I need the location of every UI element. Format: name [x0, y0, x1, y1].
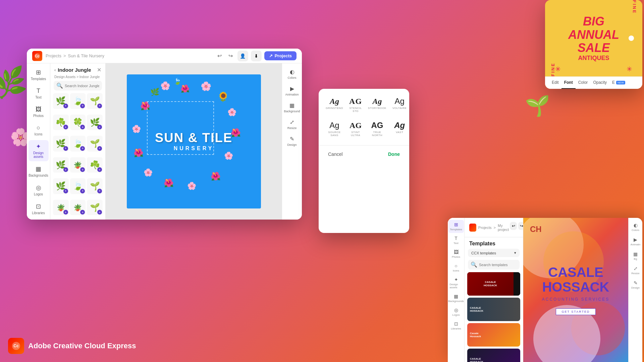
- preview-ch-initials: CH: [530, 225, 542, 234]
- star-decor-right: ✳: [627, 65, 632, 73]
- asset-item[interactable]: 🌿+: [53, 136, 69, 152]
- tr-design-icon: ✎: [634, 280, 638, 286]
- thumb-inner-1: CASALEHOSSACK: [467, 272, 520, 296]
- animation-tool[interactable]: ▶ Animation: [283, 83, 301, 99]
- resize-tool[interactable]: ⤢ Resize: [283, 116, 301, 132]
- tl-item-logos[interactable]: ◎ Logos: [448, 305, 464, 318]
- font-preview-source-sans: Ag: [329, 121, 339, 129]
- download-button[interactable]: ⬇: [251, 51, 262, 61]
- font-item-stint-ultra[interactable]: AG STINT ULTRA: [347, 118, 364, 140]
- preview-cta-button[interactable]: GET STARTED: [556, 308, 595, 315]
- asset-item[interactable]: 🌿+: [87, 115, 103, 130]
- asset-panel-close-button[interactable]: ✕: [97, 67, 101, 73]
- tl-item-icons[interactable]: ○ Icons: [448, 261, 464, 274]
- font-preview-stencil: AG: [349, 97, 362, 105]
- sidebar-item-photos[interactable]: 🖼 Photos: [29, 103, 49, 120]
- asset-item[interactable]: 🪴+: [70, 200, 86, 216]
- asset-item[interactable]: 🍃+: [70, 136, 86, 152]
- font-item-true-north[interactable]: AG TRUE NORTH: [366, 118, 388, 140]
- asset-item[interactable]: ☘️+: [87, 157, 103, 173]
- profile-button[interactable]: 👤: [237, 51, 248, 61]
- tpl-breadcrumb-projects[interactable]: Projects: [478, 226, 492, 230]
- asset-item[interactable]: 🪴+: [53, 200, 69, 216]
- template-thumb-3[interactable]: CasaleHossack: [467, 323, 520, 347]
- undo-button[interactable]: ↩: [215, 51, 224, 60]
- redo-button[interactable]: ↪: [226, 51, 235, 60]
- asset-item[interactable]: ☘️+: [53, 115, 69, 130]
- tr-item-background[interactable]: ▦ Bg: [629, 249, 642, 262]
- tl-photos-label: Photos: [452, 255, 460, 258]
- done-button[interactable]: Done: [384, 149, 404, 159]
- template-thumb-1[interactable]: CASALEHOSSACK: [467, 272, 520, 296]
- tpl-undo-button[interactable]: ↩: [510, 222, 517, 230]
- asset-item[interactable]: 🌿+: [53, 178, 69, 194]
- sale-big-text: BIG ANNUAL SALE: [568, 15, 619, 55]
- sale-tab-edit[interactable]: Edit: [549, 77, 561, 89]
- sidebar-item-backgrounds[interactable]: ▦ Backgrounds: [29, 163, 49, 180]
- asset-item[interactable]: 🌿+: [53, 93, 69, 109]
- sidebar-item-icons[interactable]: ○ Icons: [29, 122, 49, 139]
- tr-item-design[interactable]: ✎ Design: [629, 278, 642, 291]
- tr-item-colors[interactable]: ◐ Colors: [629, 221, 642, 234]
- breadcrumb-project-name[interactable]: Sun & Tile Nursery: [68, 53, 104, 58]
- background-tool[interactable]: ▦ Background: [283, 100, 301, 116]
- asset-item[interactable]: 🌱+: [87, 200, 103, 216]
- tr-background-label: Bg: [634, 257, 637, 260]
- tr-item-resize[interactable]: ⤢ Resize: [629, 264, 642, 277]
- animation-tool-label: Animation: [285, 93, 299, 96]
- colors-tool[interactable]: ◐ Colors: [283, 66, 301, 82]
- tr-colors-icon: ◐: [634, 223, 638, 228]
- sidebar-item-design-assets[interactable]: ✦ Design assets: [29, 140, 49, 161]
- template-type-select[interactable]: CCX templates ▾: [468, 249, 520, 257]
- asset-item[interactable]: 🍃+: [70, 93, 86, 109]
- cancel-button[interactable]: Cancel: [324, 149, 347, 159]
- sale-tab-opacity[interactable]: Opacity: [590, 77, 609, 89]
- sidebar-item-libraries[interactable]: ⊡ Libraries: [29, 200, 49, 218]
- sidebar-item-logos[interactable]: ◎ Logos: [29, 181, 49, 199]
- decorative-plant-left: 🌿: [0, 64, 29, 101]
- canvas-content[interactable]: 🌸 🌺 🌸 🌻 🌸 🌺 🌸 🌺 🌸 🌺 🌸 🌺 🌸 🌺 🌿 🍃: [127, 74, 261, 208]
- back-arrow-button[interactable]: ‹: [54, 67, 56, 72]
- sale-line-big: BIG: [568, 15, 619, 28]
- sidebar-item-text[interactable]: T Text: [29, 85, 49, 102]
- template-thumb-4[interactable]: CASALEHOSSACK: [467, 349, 520, 362]
- font-item-storybook[interactable]: Ag STORYBOOK: [366, 94, 388, 116]
- tpl-breadcrumb-sep: >: [494, 226, 496, 230]
- font-item-grinsteno[interactable]: Ag GRINSTENO: [324, 94, 345, 116]
- font-name-source-sans: SOURCE SANS: [326, 131, 343, 137]
- asset-item[interactable]: 🪴+: [70, 157, 86, 173]
- sidebar-label-photos: Photos: [33, 114, 44, 118]
- asset-item[interactable]: 🌿+: [53, 157, 69, 173]
- asset-item[interactable]: 🌱+: [87, 93, 103, 109]
- sale-tab-color[interactable]: Color: [576, 77, 591, 89]
- breadcrumb-projects[interactable]: Projects: [46, 53, 61, 58]
- background-tool-label: Background: [284, 110, 300, 113]
- font-name-storybook: STORYBOOK: [368, 107, 386, 110]
- asset-item[interactable]: 🍀+: [70, 115, 86, 130]
- tl-item-templates[interactable]: ⊞ Templates: [448, 220, 464, 233]
- design-tool-label: Design: [287, 143, 297, 146]
- sale-tab-effects[interactable]: ENEW: [609, 77, 628, 89]
- asset-item[interactable]: 🍃+: [70, 178, 86, 194]
- tl-item-design-assets[interactable]: ✦ Design assets: [448, 275, 464, 291]
- sidebar-item-templates[interactable]: ⊞ Templates: [29, 66, 49, 83]
- font-item-voltaire[interactable]: Ag VOLTAIRE: [391, 94, 408, 116]
- template-thumb-2[interactable]: CASALEHOSSACK: [467, 298, 520, 321]
- tr-item-animation[interactable]: ▶ Animatn: [629, 235, 642, 248]
- tl-item-libraries[interactable]: ⊡ Libraries: [448, 319, 464, 332]
- font-panel: Ag GRINSTENO AG STENCIL STD Ag STORYBOOK…: [319, 89, 409, 233]
- design-tool[interactable]: ✎ Design: [283, 133, 301, 149]
- search-input[interactable]: [65, 84, 99, 88]
- font-item-stencil[interactable]: AG STENCIL STD: [347, 94, 364, 116]
- sale-tab-font[interactable]: Font: [561, 77, 576, 89]
- tpl-breadcrumb-project[interactable]: My project: [498, 224, 510, 232]
- template-search-input[interactable]: [479, 263, 517, 267]
- font-item-source-sans[interactable]: Ag SOURCE SANS: [324, 118, 345, 140]
- asset-item[interactable]: 🌱+: [87, 136, 103, 152]
- tl-item-text[interactable]: T Text: [448, 234, 464, 247]
- share-button[interactable]: ↗ Projects: [264, 51, 297, 60]
- asset-item[interactable]: 🌱+: [87, 178, 103, 194]
- tl-item-backgrounds[interactable]: ▦ Backgrounds: [448, 292, 464, 305]
- font-item-vast[interactable]: Ag VAST: [391, 118, 408, 140]
- tl-item-photos[interactable]: 🖼 Photos: [448, 247, 464, 260]
